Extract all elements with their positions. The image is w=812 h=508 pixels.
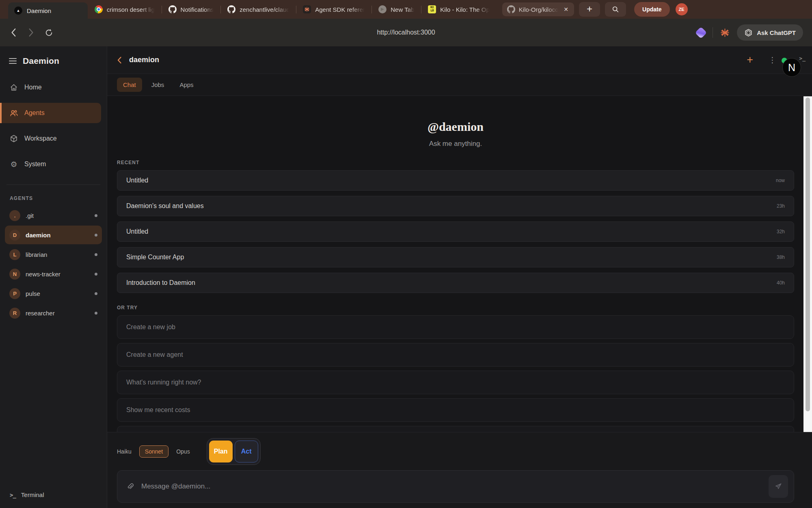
update-button[interactable]: Update bbox=[634, 2, 669, 17]
sidebar-agent-news-tracker[interactable]: N news-tracker bbox=[5, 265, 102, 283]
agents-list: . .git D daemion L librarian N news-trac… bbox=[0, 205, 107, 323]
recent-chat-item[interactable]: Simple Counter App 38h bbox=[117, 247, 794, 267]
daemion-favicon: ▲ bbox=[14, 7, 22, 15]
sidebar-agent-researcher[interactable]: R researcher bbox=[5, 304, 102, 322]
browser-tab-daemion[interactable]: ▲ Daemion bbox=[8, 2, 88, 19]
new-tab-button[interactable]: + bbox=[579, 2, 600, 17]
browser-tab-zenchantlive[interactable]: zenchantlive/claud bbox=[220, 3, 296, 15]
github-icon bbox=[168, 5, 177, 13]
tab-title: Kilo - Kilo: The Op bbox=[440, 6, 489, 13]
home-icon bbox=[9, 83, 18, 91]
openai-icon bbox=[744, 28, 753, 37]
sidebar-item-label: System bbox=[24, 161, 46, 168]
browser-tab-kilo[interactable]: KILO Kilo - Kilo: The Op bbox=[421, 3, 496, 15]
send-button[interactable] bbox=[769, 475, 788, 498]
scrollbar-track[interactable] bbox=[803, 96, 812, 432]
tab-apps[interactable]: Apps bbox=[173, 78, 199, 92]
tab-jobs[interactable]: Jobs bbox=[145, 78, 171, 92]
message-input[interactable]: Message @daemion... bbox=[117, 470, 794, 503]
profile-avatar[interactable]: ZE bbox=[676, 3, 688, 15]
browser-tab-crimson-desert[interactable]: crimson desert lig bbox=[88, 3, 162, 15]
sidebar-item-label: Agents bbox=[24, 109, 45, 117]
chrome-icon bbox=[95, 5, 103, 13]
agent-hero-title: @daemion bbox=[117, 120, 794, 134]
claude-icon bbox=[303, 5, 311, 13]
recent-chat-item[interactable]: Untitled 32h bbox=[117, 221, 794, 242]
agents-section-label: AGENTS bbox=[0, 185, 107, 205]
reload-icon bbox=[45, 28, 53, 37]
attachment-icon[interactable] bbox=[126, 482, 134, 491]
model-option-haiku[interactable]: Haiku bbox=[117, 448, 132, 455]
close-tab-icon[interactable]: ✕ bbox=[562, 6, 570, 13]
raycast-extension-icon[interactable] bbox=[695, 26, 707, 39]
back-icon bbox=[12, 29, 15, 36]
new-chat-button[interactable]: + bbox=[747, 54, 753, 65]
suggestion-card[interactable]: Show me recent costs bbox=[117, 398, 794, 422]
url-bar[interactable]: http://localhost:3000 bbox=[0, 29, 812, 36]
ask-chatgpt-label: Ask ChatGPT bbox=[757, 29, 796, 36]
tab-title: Notifications bbox=[181, 6, 214, 13]
sidebar-item-label: Workspace bbox=[24, 135, 57, 142]
browser-tab-agent-sdk[interactable]: Agent SDK referen bbox=[296, 3, 371, 15]
sidebar-item-home[interactable]: Home bbox=[0, 77, 107, 98]
more-options-button[interactable]: ⋮ bbox=[769, 55, 776, 65]
composer: Haiku Sonnet Opus Plan Act Message @daem… bbox=[107, 432, 812, 508]
suggestion-card[interactable]: Create a new job bbox=[117, 315, 794, 339]
reload-button[interactable] bbox=[45, 28, 53, 37]
nextjs-dev-badge[interactable]: N bbox=[782, 58, 801, 77]
recent-list: Untitled now Daemion's soul and values 2… bbox=[117, 170, 794, 293]
terminal-button[interactable]: >_ Terminal bbox=[0, 491, 107, 508]
browser-tab-notifications[interactable]: Notifications bbox=[162, 3, 221, 15]
model-option-opus[interactable]: Opus bbox=[176, 448, 190, 455]
avatar: N bbox=[9, 269, 20, 280]
tab-title: Kilo-Org/kiloco bbox=[519, 6, 559, 13]
claude-extension-icon[interactable] bbox=[720, 28, 730, 37]
tab-title: crimson desert lig bbox=[107, 6, 155, 13]
sidebar-item-agents[interactable]: Agents bbox=[0, 103, 101, 123]
recent-chat-item[interactable]: Daemion's soul and values 23h bbox=[117, 196, 794, 216]
forward-button[interactable] bbox=[28, 28, 34, 37]
sidebar-agent-git[interactable]: . .git bbox=[5, 206, 102, 225]
app-title: Daemion bbox=[23, 56, 59, 66]
recent-chat-item[interactable]: Untitled now bbox=[117, 170, 794, 191]
sidebar: Daemion Home Agents Workspace ⚙ bbox=[0, 46, 107, 508]
workspace-icon bbox=[9, 135, 18, 143]
ask-chatgpt-button[interactable]: Ask ChatGPT bbox=[737, 24, 803, 41]
plus-icon: + bbox=[587, 4, 592, 14]
avatar: L bbox=[9, 249, 20, 260]
devtools-terminal-icon[interactable]: >_ bbox=[799, 55, 806, 61]
suggestion-card[interactable]: What's running right now? bbox=[117, 371, 794, 394]
mode-act-button[interactable]: Act bbox=[235, 441, 258, 462]
suggestions-list: Create a new job Create a new agent What… bbox=[117, 315, 794, 432]
sidebar-agent-pulse[interactable]: P pulse bbox=[5, 284, 102, 303]
scrollbar-thumb[interactable] bbox=[806, 98, 810, 411]
avatar: D bbox=[9, 230, 20, 241]
suggestion-card[interactable]: Create a new agent bbox=[117, 343, 794, 367]
model-option-sonnet[interactable]: Sonnet bbox=[139, 445, 168, 458]
recent-chat-item[interactable]: Introduction to Daemion 40h bbox=[117, 273, 794, 293]
mode-plan-button[interactable]: Plan bbox=[209, 441, 233, 462]
sidebar-item-system[interactable]: ⚙ System bbox=[0, 154, 107, 174]
status-dot bbox=[95, 234, 97, 237]
send-icon bbox=[774, 482, 782, 491]
suggestion-card-partial[interactable] bbox=[117, 426, 794, 432]
tab-chat[interactable]: Chat bbox=[117, 78, 142, 92]
status-dot bbox=[95, 253, 97, 256]
back-button[interactable] bbox=[117, 56, 122, 64]
status-dot bbox=[95, 312, 97, 315]
chat-scroll-area: @daemion Ask me anything. RECENT Untitle… bbox=[107, 96, 812, 432]
browser-tab-kilo-org[interactable]: Kilo-Org/kiloco ✕ bbox=[502, 2, 574, 16]
sidebar-agent-daemion[interactable]: D daemion bbox=[5, 226, 102, 244]
timestamp: now bbox=[776, 178, 785, 183]
page-title: daemion bbox=[129, 56, 159, 64]
browser-tab-new-tab[interactable]: New Tab bbox=[371, 3, 421, 15]
search-icon bbox=[612, 6, 619, 13]
back-button[interactable] bbox=[11, 28, 17, 37]
sidebar-agent-librarian[interactable]: L librarian bbox=[5, 245, 102, 264]
sidebar-item-workspace[interactable]: Workspace bbox=[0, 128, 107, 149]
forward-icon bbox=[30, 29, 33, 36]
message-placeholder: Message @daemion... bbox=[141, 482, 210, 491]
kilo-icon: KILO bbox=[428, 5, 436, 13]
search-tabs-button[interactable] bbox=[605, 2, 626, 17]
menu-icon[interactable] bbox=[9, 58, 17, 64]
